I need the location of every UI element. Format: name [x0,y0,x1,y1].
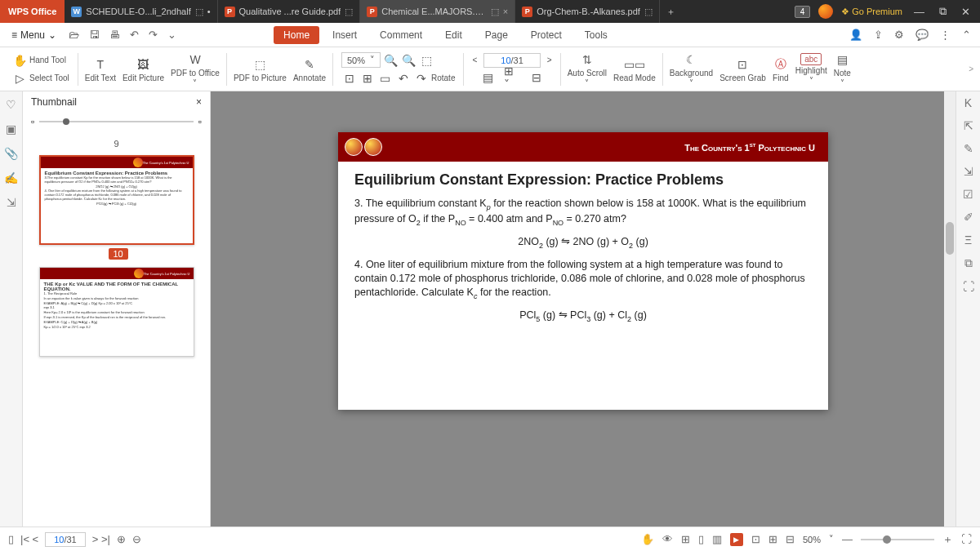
menu-button[interactable]: ≡ Menu ⌄ [7,27,61,43]
zoom-in-button[interactable]: ＋ [942,532,953,547]
outline-icon[interactable]: ▣ [6,122,16,136]
thumb-small-icon[interactable]: ▫ [31,116,34,127]
tab-protect[interactable]: Protect [521,26,572,44]
expand-icon[interactable]: ⛶ [963,280,974,293]
thumbnail-toggle-icon[interactable]: ▯ [8,533,14,545]
scrollbar[interactable] [944,91,956,527]
pdf-to-office-button[interactable]: WPDF to Office ˅ [167,51,223,87]
find-button[interactable]: ⒶFind [769,56,792,82]
doc-tab-0[interactable]: WSCHEDULE-O...li_2ndhalf⬚• [65,0,217,23]
bookmark-icon[interactable]: ⇲ [964,165,973,178]
kebab-icon[interactable]: ⋮ [938,29,953,41]
screen-grab-button[interactable]: ⊡Screen Grab [716,56,769,82]
tab-insert[interactable]: Insert [323,26,367,44]
layout3-icon[interactable]: ▥ [712,533,722,545]
tab-home[interactable]: Home [274,26,319,44]
rotate-left-icon[interactable]: ↶ [395,70,412,87]
list-icon[interactable]: Ξ [964,233,972,247]
remove-page-icon[interactable]: ⊖ [132,533,141,545]
hand-icon[interactable]: ✋ [641,533,654,545]
next-page-button[interactable]: > [547,56,552,64]
redo-icon[interactable]: ↷ [146,29,160,41]
close-panel-icon[interactable]: × [196,96,202,108]
document-canvas[interactable]: The Country's 1st Polytechnic U Equilibr… [211,91,956,527]
rotate-right-icon[interactable]: ↷ [413,70,430,87]
edit-icon[interactable]: ✎ [964,142,973,155]
actual-icon[interactable]: ▭ [377,70,394,87]
new-tab-button[interactable]: ＋ [660,0,682,23]
fit-width-icon[interactable]: ⊡ [341,70,358,87]
tab-count-badge[interactable]: 4 [795,6,811,18]
add-page-icon[interactable]: ⊕ [117,533,126,545]
layout1-icon[interactable]: ⊞ [681,533,690,545]
note-button[interactable]: ▤Note ˅ [831,51,854,87]
fit-icon[interactable]: ⊡ [751,533,760,545]
check-icon[interactable]: ☑ [963,188,973,201]
tab-edit[interactable]: Edit [435,26,472,44]
fit3-icon[interactable]: ⊟ [786,533,795,545]
last-page-button[interactable]: > >| [92,533,110,545]
annotate-button[interactable]: ✎Annotate [290,56,329,82]
zoom-select[interactable]: 50% ˅ [341,52,381,68]
go-premium-button[interactable]: ❖ Go Premium [841,7,902,17]
avatar[interactable] [818,4,833,19]
read-mode-button[interactable]: ▭▭Read Mode [610,56,659,82]
prev-page-button[interactable]: < [472,56,477,64]
doc-tab-3[interactable]: POrg-Chem-B.-Alkanes.pdf⬚ [515,0,660,23]
page-indicator[interactable]: 10/31 [45,532,86,547]
collapse-icon[interactable]: ⌃ [960,29,973,41]
pdf-to-picture-button[interactable]: ⬚PDF to Picture [230,56,290,82]
select-tool-button[interactable]: ▷Select Tool [11,70,69,87]
eye-icon[interactable]: 👁 [662,533,673,545]
signature-icon[interactable]: ✍ [4,171,18,184]
facing-icon[interactable]: ⊟ [528,69,545,86]
single-page-icon[interactable]: ▤ [479,69,496,86]
doc-tab-1[interactable]: PQualitative ...re Guide.pdf⬚ [218,0,361,23]
close-icon[interactable]: × [503,7,508,16]
edit-text-button[interactable]: TEdit Text [82,56,119,82]
zoom-slider[interactable] [861,539,934,540]
play-button[interactable]: ▶ [730,533,743,546]
overflow-icon[interactable]: > [969,64,973,73]
fit-icon[interactable]: ⬚ [418,52,434,69]
thumb-size-slider[interactable] [39,121,193,122]
export-icon[interactable]: ⇱ [964,119,973,132]
thumb-large-icon[interactable]: ▫ [198,116,202,127]
k-icon[interactable]: K [964,96,972,109]
gear-icon[interactable]: ⚙ [892,29,906,41]
bookmark-icon[interactable]: ♡ [6,98,16,111]
close-icon[interactable]: ✕ [958,6,973,18]
print-icon[interactable]: 🖶 [107,29,122,41]
hand-tool-button[interactable]: ✋Hand Tool [11,52,69,69]
tab-tools[interactable]: Tools [575,26,617,44]
share-icon[interactable]: 👤 [847,29,865,41]
thumbnail-10[interactable]: The Country's 1st Polytechnic U Equilibr… [39,155,194,260]
zoom-out-button[interactable]: — [842,533,853,545]
open-icon[interactable]: 🗁 [66,29,82,41]
zoom-in-icon[interactable]: 🔍 [400,52,416,69]
export-icon[interactable]: ⇲ [7,196,16,209]
zoom-out-icon[interactable]: 🔍 [382,52,399,69]
maximize-icon[interactable]: ⧉ [936,5,950,18]
continuous-icon[interactable]: ⊞ ˅ [504,69,520,86]
copy-icon[interactable]: ⧉ [964,256,973,270]
cloud-icon[interactable]: ⇪ [871,29,885,41]
fit-page-icon[interactable]: ⊞ [359,70,376,87]
edit-picture-button[interactable]: 🖼Edit Picture [119,56,167,82]
pen-icon[interactable]: ✐ [964,211,973,224]
tab-comment[interactable]: Comment [370,26,432,44]
fit2-icon[interactable]: ⊞ [768,533,777,545]
doc-tab-2[interactable]: PChemical E...MAJORS.pdf⬚× [360,0,515,23]
undo-icon[interactable]: ↶ [127,29,141,41]
thumbnail-11[interactable]: The Country's 1st Polytechnic U THE Kp o… [39,267,194,357]
attachment-icon[interactable]: 📎 [4,147,18,160]
minimize-icon[interactable]: — [911,6,928,18]
more-icon[interactable]: ⌄ [165,29,179,41]
layout2-icon[interactable]: ▯ [698,533,704,545]
tab-page[interactable]: Page [475,26,518,44]
save-icon[interactable]: 🖫 [87,29,102,41]
feedback-icon[interactable]: 💬 [913,29,931,41]
auto-scroll-button[interactable]: ⇅Auto Scroll ˅ [564,51,610,87]
first-page-button[interactable]: |< < [20,533,38,545]
fullscreen-icon[interactable]: ⛶ [961,533,972,545]
